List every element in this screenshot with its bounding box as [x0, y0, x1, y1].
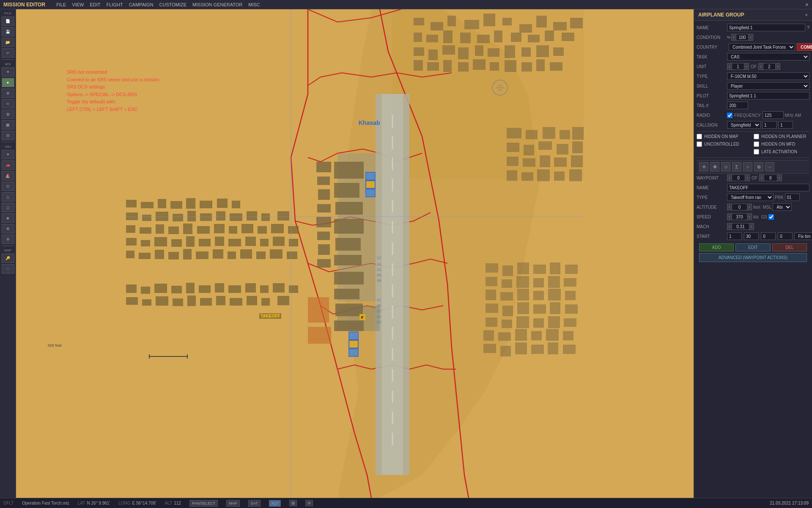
menu-mission-generator[interactable]: MISSION GENERATOR: [190, 1, 245, 8]
wp-tool-move[interactable]: ✥: [710, 162, 719, 171]
toolbar-btn-star[interactable]: ⊛: [2, 235, 14, 244]
toolbar-btn-ship[interactable]: ⛵: [2, 171, 14, 180]
hidden-map-checkbox[interactable]: [697, 134, 702, 139]
unit-inc2[interactable]: ›: [775, 63, 780, 70]
help-icon[interactable]: ?: [807, 25, 809, 30]
menu-edit[interactable]: EDIT: [87, 1, 103, 8]
start-m[interactable]: [744, 232, 759, 240]
skill-select[interactable]: Player Average Good High Excellent: [727, 82, 809, 90]
waypoint-spinner[interactable]: ‹ 0 ›: [727, 174, 750, 181]
status-icon2[interactable]: ⟳: [305, 500, 313, 506]
del-button[interactable]: DEL: [772, 243, 807, 251]
close-btn[interactable]: ×: [805, 1, 809, 8]
hidden-planner-checkbox[interactable]: [754, 134, 759, 139]
mode-alt-btn[interactable]: ALT: [269, 500, 281, 507]
menu-misc[interactable]: MISC: [246, 1, 263, 8]
start-type-select[interactable]: Fix time: [794, 232, 812, 240]
toolbar-btn-diamond[interactable]: ◈: [2, 213, 14, 223]
combat-button[interactable]: COMBAT: [797, 43, 812, 51]
radio-checkbox[interactable]: [727, 113, 732, 118]
menu-flight[interactable]: FLIGHT: [104, 1, 126, 8]
mach-spinner[interactable]: ‹ 0.31 ›: [727, 223, 754, 230]
toolbar-btn-ruler[interactable]: ↔: [2, 264, 14, 273]
callsign-num2[interactable]: [778, 121, 793, 129]
toolbar-btn-save[interactable]: 💾: [2, 27, 14, 36]
wp-tool-circle[interactable]: ○: [743, 162, 752, 171]
advanced-button[interactable]: ADVANCED (WAYPOINT ACTIONS): [699, 253, 807, 262]
altitude-spinner[interactable]: ‹ 0 ›: [727, 204, 752, 210]
panel-close-btn[interactable]: ×: [805, 12, 808, 17]
toolbar-btn-undo[interactable]: ↩: [2, 48, 14, 58]
unit-inc1[interactable]: ›: [744, 63, 749, 70]
condition-dec[interactable]: ‹: [731, 34, 736, 41]
speed-inc[interactable]: ›: [747, 213, 752, 220]
toolbar-btn-mis4[interactable]: ≡: [2, 99, 14, 108]
alt-mode-select[interactable]: Abov MSL: [773, 203, 792, 211]
alt-dec[interactable]: ‹: [727, 204, 732, 210]
map-area[interactable]: F 12 11 10 09 08 07 06 05 04 03: [16, 9, 694, 498]
start-ms[interactable]: [778, 232, 793, 240]
unit-dec1[interactable]: ‹: [727, 63, 732, 70]
wp-tool-insert[interactable]: ⊹: [721, 162, 730, 171]
pilot-input[interactable]: [727, 92, 809, 99]
status-icon1[interactable]: ⊞: [289, 500, 297, 506]
gs-checkbox[interactable]: [768, 214, 774, 220]
wp-total-dec[interactable]: ‹: [759, 174, 764, 181]
country-select[interactable]: Combined Joint Task Forces: [729, 43, 795, 51]
waypoint-total-spinner[interactable]: ‹ 8 ›: [759, 174, 782, 181]
wp-tool-radio2[interactable]: ⊛: [754, 162, 763, 171]
condition-inc[interactable]: ›: [748, 34, 753, 41]
unit-spinner1[interactable]: ‹ 1 ›: [727, 63, 749, 70]
toolbar-btn-mis6[interactable]: ▦: [2, 120, 14, 130]
type-select[interactable]: F-16CM bl.50: [727, 72, 809, 80]
toolbar-btn-mis3[interactable]: ⊕: [2, 88, 14, 98]
condition-spinner[interactable]: ‹ 100 ›: [731, 34, 753, 41]
mode-pan-btn[interactable]: PAN/SELECT: [189, 500, 218, 507]
toolbar-btn-ground[interactable]: 🚗: [2, 160, 14, 170]
wp-prk-input[interactable]: [785, 193, 800, 201]
toolbar-btn-new[interactable]: 📄: [2, 17, 14, 26]
speed-dec[interactable]: ‹: [727, 213, 732, 220]
toolbar-btn-key[interactable]: 🔑: [2, 254, 14, 263]
wp-total-inc[interactable]: ›: [777, 174, 782, 181]
unit-dec2[interactable]: ‹: [758, 63, 763, 70]
edit-button[interactable]: EDIT: [735, 243, 770, 251]
callsign-select[interactable]: Springfield: [727, 121, 761, 129]
add-button[interactable]: ADD: [699, 243, 734, 251]
wp-tool-sigma[interactable]: Σ: [732, 162, 741, 171]
uncontrolled-checkbox[interactable]: [697, 141, 702, 147]
task-select[interactable]: CAS: [727, 53, 809, 61]
menu-file[interactable]: FILE: [54, 1, 69, 8]
name-input[interactable]: [727, 24, 805, 31]
late-activation-checkbox[interactable]: [754, 149, 759, 155]
toolbar-btn-mis2[interactable]: ●: [2, 78, 14, 87]
wp-dec[interactable]: ‹: [727, 174, 732, 181]
toolbar-btn-open[interactable]: 📂: [2, 38, 14, 47]
wp-inc[interactable]: ›: [745, 174, 750, 181]
speed-spinner[interactable]: ‹ 370 ›: [727, 213, 752, 220]
toolbar-btn-tri[interactable]: △: [2, 192, 14, 202]
start-s[interactable]: [761, 232, 776, 240]
wp-type-select[interactable]: Takeoff from ran: [727, 193, 774, 201]
mode-sat-btn[interactable]: SAT: [248, 500, 261, 507]
menu-view[interactable]: VIEW: [69, 1, 86, 8]
hidden-mfd-checkbox[interactable]: [754, 141, 759, 147]
toolbar-btn-sq[interactable]: ◻: [2, 203, 14, 212]
start-h[interactable]: [727, 232, 742, 240]
menu-customize[interactable]: CUSTOMIZE: [157, 1, 189, 8]
wp-tool-cursor[interactable]: ✛: [699, 162, 708, 171]
toolbar-btn-plus[interactable]: ⊕: [2, 224, 14, 233]
mode-map-btn[interactable]: MAP: [226, 500, 240, 507]
toolbar-btn-circle[interactable]: ⊙: [2, 182, 14, 191]
tail-input[interactable]: [727, 102, 748, 109]
menu-campaign[interactable]: CAMPAIGN: [126, 1, 156, 8]
mach-inc[interactable]: ›: [749, 223, 754, 230]
wp-tool-more[interactable]: ···: [765, 162, 774, 171]
callsign-num1[interactable]: [762, 121, 777, 129]
alt-inc[interactable]: ›: [747, 204, 752, 210]
mach-dec[interactable]: ‹: [727, 223, 732, 230]
toolbar-btn-mis7[interactable]: ⊟: [2, 131, 14, 140]
toolbar-btn-mis1[interactable]: ✦: [2, 67, 14, 77]
frequency-input[interactable]: [763, 111, 784, 119]
wp-name-input[interactable]: [727, 184, 809, 191]
